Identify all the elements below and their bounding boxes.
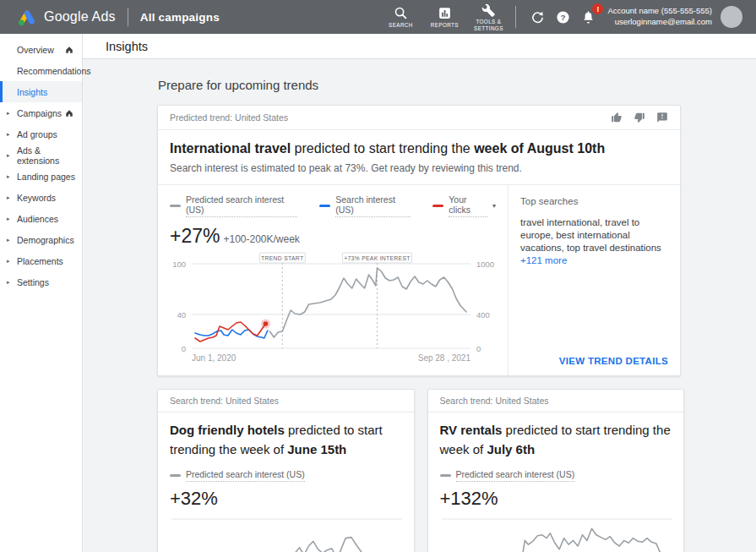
wrench-icon [481, 3, 496, 17]
chevron-right-icon[interactable]: ▸ [7, 237, 10, 243]
chart-legend: Predicted search interest (US)Search int… [170, 194, 496, 217]
sidebar-item-ad-groups[interactable]: ▸Ad groups [0, 123, 82, 145]
chevron-right-icon[interactable]: ▸ [7, 258, 10, 265]
chart-svg [440, 516, 674, 552]
sidebar-item-ads-extensions[interactable]: ▸Ads & extensions [0, 145, 82, 166]
thumbs-down-icon[interactable] [634, 112, 645, 123]
scroll-area: Prepare for upcoming trends Predicted tr… [83, 59, 756, 552]
search-button[interactable]: SEARCH [378, 6, 422, 29]
sidebar-item-label: Settings [17, 277, 49, 287]
trend-date: June 15th [287, 442, 346, 456]
body-row: OverviewRecommendationsInsights▸Campaign… [0, 34, 756, 552]
legend-label: Predicted search interest (US) [186, 469, 305, 482]
chevron-right-icon[interactable]: ▸ [7, 216, 10, 222]
trend-title: RV rentals predicted to start trending t… [440, 421, 672, 459]
chart-legend: Predicted search interest (US) [440, 469, 672, 482]
sidebar-item-campaigns[interactable]: ▸Campaigns [0, 102, 82, 123]
sidebar-item-demographics[interactable]: ▸Demographics [0, 229, 82, 250]
trend-delta: +32% [170, 488, 402, 510]
legend-item[interactable]: Your clicks▾ [432, 194, 496, 217]
sidebar-item-keywords[interactable]: ▸Keywords [0, 187, 82, 208]
sidebar-item-landing-pages[interactable]: ▸Landing pages [0, 166, 82, 187]
chevron-right-icon[interactable]: ▸ [7, 194, 10, 201]
sidebar-item-placements[interactable]: ▸Placements [0, 250, 82, 271]
topbar-right: SEARCH REPORTS TOOLS & SETTINGS [378, 3, 748, 32]
trend-chart: 04010004001000TREND START+73% PEAK INTER… [170, 252, 496, 369]
chevron-right-icon[interactable]: ▸ [7, 131, 10, 138]
tools-settings-button[interactable]: TOOLS & SETTINGS [466, 3, 510, 32]
chevron-right-icon[interactable]: ▸ [7, 279, 10, 286]
topbar: Google Ads All campaigns SEARCH REPORT [0, 0, 756, 34]
legend-label: Predicted search interest (US) [456, 469, 575, 482]
help-icon: ? [556, 10, 570, 25]
legend-item: Search interest (US) [319, 194, 411, 217]
svg-text:100: 100 [172, 260, 186, 269]
section-title: Prepare for upcoming trends [158, 78, 756, 92]
help-button[interactable]: ? [550, 4, 575, 30]
svg-text:1000: 1000 [476, 260, 494, 269]
trend-chart [440, 516, 672, 552]
trend-cards-row: Search trend: United States Dog friendly… [157, 389, 684, 552]
trend-title: Dog friendly hotels predicted to start t… [170, 421, 402, 459]
svg-text:?: ? [560, 13, 565, 22]
chevron-right-icon[interactable]: ▸ [7, 173, 10, 180]
page-title: Insights [106, 40, 148, 53]
chevron-right-icon[interactable]: ▸ [7, 152, 10, 159]
campaign-context[interactable]: All campaigns [140, 11, 220, 24]
page-header: Insights [83, 34, 756, 59]
topbar-divider [128, 8, 128, 26]
more-searches-link[interactable]: +121 more [520, 255, 567, 265]
sidebar-item-recommendations[interactable]: Recommendations [0, 60, 82, 81]
search-label: SEARCH [389, 22, 413, 29]
home-icon [65, 109, 73, 118]
account-info[interactable]: Account name (555-555-555) userloginname… [607, 6, 712, 28]
trend-title: International travel predicted to start … [170, 139, 668, 158]
svg-text:400: 400 [476, 310, 490, 320]
sidebar-item-label: Campaigns [17, 108, 62, 118]
avatar[interactable] [721, 6, 742, 28]
content: Insights Prepare for upcoming trends Pre… [83, 34, 756, 552]
chart-svg [170, 516, 404, 552]
predicted-trend-card: Predicted trend: United States [157, 105, 681, 376]
home-icon [65, 46, 73, 54]
trend-delta: +132% [440, 488, 672, 510]
sidebar-item-settings[interactable]: ▸Settings [0, 271, 82, 292]
sidebar-item-label: Ads & extensions [17, 145, 82, 166]
sidebar-item-label: Audiences [17, 214, 58, 224]
sidebar-item-label: Landing pages [17, 172, 75, 182]
reports-button[interactable]: REPORTS [422, 6, 466, 29]
refresh-button[interactable] [525, 4, 550, 30]
chevron-right-icon[interactable]: ▸ [7, 110, 10, 117]
legend-swatch [170, 205, 181, 207]
sidebar-item-audiences[interactable]: ▸Audiences [0, 208, 82, 229]
view-trend-details-link[interactable]: VIEW TREND DETAILS [559, 356, 668, 366]
svg-text:0: 0 [476, 344, 481, 353]
card-eyebrow-row: Search trend: United States [428, 390, 684, 413]
card-body: Dog friendly hotels predicted to start t… [158, 413, 414, 552]
trend-subtitle: Search interest is estimated to peak at … [170, 162, 668, 174]
sidebar-item-overview[interactable]: Overview [0, 39, 82, 60]
topbar-left: Google Ads All campaigns [17, 8, 220, 27]
brand-name: Google Ads [44, 9, 116, 25]
topbar-divider [515, 6, 516, 28]
delta-row: +27% +100-200K/week [170, 225, 496, 248]
card-eyebrow: Predicted trend: United States [170, 112, 288, 123]
sidebar-item-label: Demographics [17, 235, 74, 245]
trend-date: July 6th [487, 442, 535, 456]
notifications-button[interactable]: ! [575, 4, 601, 30]
feedback-icon[interactable] [656, 112, 668, 123]
trend-term: Dog friendly hotels [170, 423, 285, 437]
sidebar-item-insights[interactable]: Insights [0, 81, 82, 102]
legend-item: Predicted search interest (US) [170, 194, 297, 217]
chart-svg: 04010004001000TREND START+73% PEAK INTER… [170, 252, 498, 365]
card-body: RV rentals predicted to start trending t… [428, 413, 684, 552]
thumbs-up-icon[interactable] [611, 112, 623, 123]
card-eyebrow: Search trend: United States [440, 396, 549, 406]
card-eyebrow-row: Predicted trend: United States [158, 106, 680, 130]
legend-swatch [319, 205, 330, 207]
chevron-down-icon[interactable]: ▾ [492, 202, 496, 210]
sidebar-item-label: Recommendations [17, 66, 91, 76]
svg-text:Jun 1, 2020: Jun 1, 2020 [192, 353, 237, 363]
sidebar: OverviewRecommendationsInsights▸Campaign… [0, 34, 83, 552]
trend-date: week of August 10th [474, 141, 605, 156]
